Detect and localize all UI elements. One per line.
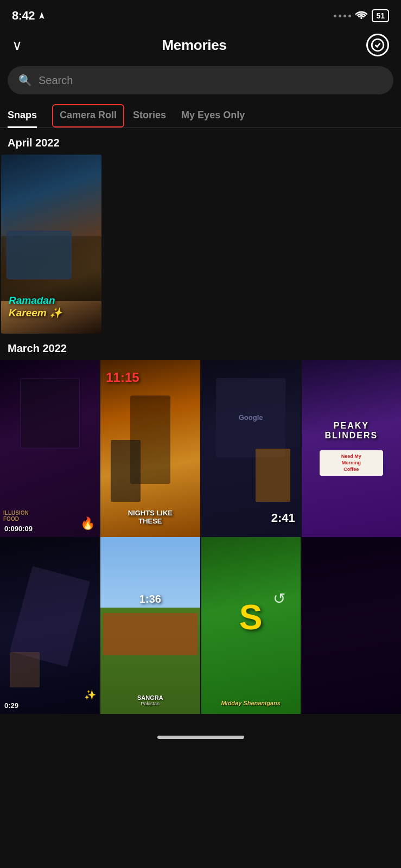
snap-m5[interactable]: 0:29 ✨: [0, 537, 99, 714]
battery-level: 51: [376, 11, 385, 20]
section-march-2022: March 2022 0:090:09 ILLUSIONFOOD 🔥 11:15…: [0, 334, 401, 714]
snap-m8[interactable]: [302, 537, 401, 714]
duration-m1: 0:090:09: [4, 525, 33, 533]
status-time: 8:42: [12, 9, 46, 23]
arrow-icon: ↺: [273, 590, 285, 608]
midday-text: Midday Shenanigans: [201, 700, 301, 706]
peaky-text: PEAKYBLINDERS: [324, 421, 378, 441]
snap-m6[interactable]: 1:36 SANGRA Pakistan: [100, 537, 200, 714]
time-m6: 1:36: [139, 592, 161, 605]
snap-m4[interactable]: PEAKYBLINDERS Need MyMorningCoffee: [302, 360, 401, 537]
overlay-kareem: Kareem ✨: [9, 307, 62, 320]
overlay-ramadan: Ramadan: [9, 295, 62, 307]
march-grid-row-1: 0:090:09 ILLUSIONFOOD 🔥 11:15 NIGHTS LIK…: [0, 360, 401, 537]
spark-emoji: ✨: [84, 689, 96, 701]
duration-m5: 0:29: [4, 701, 18, 710]
search-bar[interactable]: 🔍 Search: [8, 66, 393, 94]
snap-m1-text: ILLUSIONFOOD: [3, 510, 29, 522]
status-bar: 8:42 51: [0, 0, 401, 29]
status-right-icons: 51: [334, 9, 389, 22]
section-april-header: April 2022: [0, 128, 401, 155]
fire-emoji: 🔥: [80, 516, 95, 531]
header: ∨ Memories: [0, 29, 401, 66]
snap-s-logo: S: [239, 597, 263, 637]
snap-m2[interactable]: 11:15 NIGHTS LIKETHESE: [100, 360, 200, 537]
home-indicator: [157, 736, 244, 739]
tab-my-eyes-only[interactable]: My Eyes Only: [181, 104, 245, 127]
back-button[interactable]: ∨: [12, 38, 22, 52]
section-march-header: March 2022: [0, 334, 401, 360]
march-grid-row-2: 0:29 ✨ 1:36 SANGRA Pakistan S ↺ Midday S…: [0, 537, 401, 714]
google-label: Google: [239, 413, 263, 422]
wifi-icon: [355, 10, 367, 22]
tab-snaps[interactable]: Snaps: [8, 104, 37, 127]
select-button[interactable]: [366, 34, 389, 56]
text-m2: NIGHTS LIKETHESE: [103, 509, 198, 525]
home-indicator-area: [0, 714, 401, 746]
signal-dots: [334, 15, 351, 17]
sangra-text: SANGRA Pakistan: [100, 694, 200, 706]
snap-m1[interactable]: 0:090:09 ILLUSIONFOOD 🔥: [0, 360, 99, 537]
coffee-text: Need MyMorningCoffee: [324, 454, 379, 473]
tab-stories[interactable]: Stories: [133, 104, 166, 127]
time-m2: 11:15: [106, 370, 139, 385]
tab-camera-roll[interactable]: Camera Roll: [52, 104, 124, 127]
battery-indicator: 51: [372, 9, 389, 22]
search-icon: 🔍: [18, 74, 32, 87]
snap-april-1[interactable]: Ramadan Kareem ✨: [1, 155, 101, 334]
location-icon: [37, 11, 46, 20]
time-m3: 2:41: [271, 511, 295, 525]
search-placeholder: Search: [39, 74, 73, 87]
check-circle-icon: [371, 38, 385, 52]
snap-m3[interactable]: Google 2:41: [201, 360, 301, 537]
tabs-bar: Snaps Camera Roll Stories My Eyes Only: [0, 104, 401, 128]
time-display: 8:42: [12, 9, 35, 23]
snap-m7[interactable]: S ↺ Midday Shenanigans: [201, 537, 301, 714]
section-april-2022: April 2022 Ramadan Kareem ✨: [0, 128, 401, 334]
page-title: Memories: [162, 37, 227, 54]
